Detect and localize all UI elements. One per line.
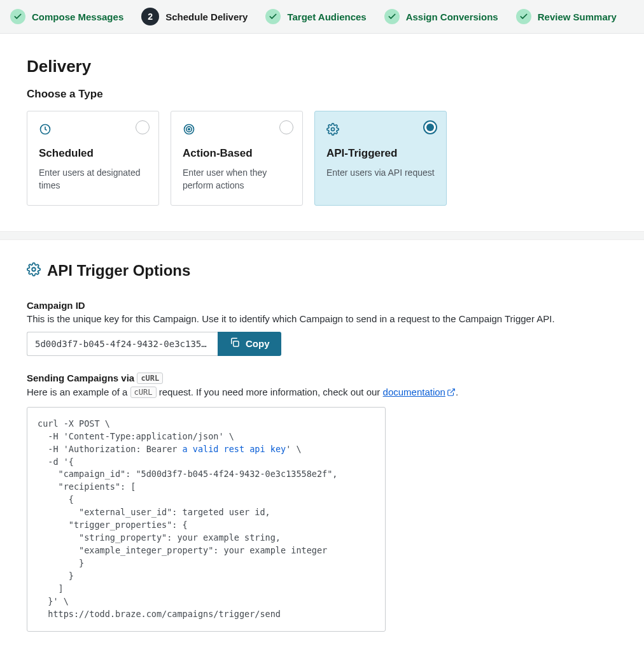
- type-card-group: Scheduled Enter users at designated time…: [27, 111, 617, 206]
- section-divider: [0, 231, 644, 240]
- type-card-title: API-Triggered: [326, 147, 435, 160]
- step-target-audiences[interactable]: Target Audiences: [265, 9, 366, 24]
- copy-button[interactable]: Copy: [218, 332, 281, 356]
- sending-campaigns-label: Sending Campaigns via cURL: [27, 373, 617, 384]
- radio-selected: [423, 120, 437, 134]
- clock-icon: [39, 123, 147, 138]
- step-label: Compose Messages: [32, 11, 123, 22]
- choose-type-heading: Choose a Type: [27, 88, 617, 101]
- type-card-desc: Enter users at designated times: [39, 166, 147, 192]
- api-header: API Trigger Options: [27, 262, 617, 280]
- curl-code-block[interactable]: curl -X POST \ -H 'Content-Type:applicat…: [27, 407, 386, 632]
- type-card-desc: Enter users via API request: [326, 166, 435, 179]
- check-icon: [265, 9, 281, 24]
- radio-unselected: [136, 120, 150, 134]
- step-label: Review Summary: [538, 11, 617, 22]
- gear-icon: [326, 123, 435, 138]
- delivery-section: Delivery Choose a Type Scheduled Enter u…: [0, 34, 644, 231]
- step-schedule-delivery[interactable]: 2 Schedule Delivery: [141, 8, 248, 25]
- curl-badge: cURL: [137, 373, 163, 384]
- campaign-id-row: 5d00d3f7-b045-4f24-9432-0e3c135... Copy: [27, 332, 617, 356]
- step-number-circle: 2: [141, 8, 159, 25]
- step-review-summary[interactable]: Review Summary: [516, 9, 617, 24]
- stepper: Compose Messages 2 Schedule Delivery Tar…: [0, 0, 644, 34]
- type-card-title: Scheduled: [39, 147, 147, 160]
- api-header-title: API Trigger Options: [47, 262, 190, 280]
- svg-line-7: [451, 388, 454, 392]
- type-card-desc: Enter user when they perform actions: [183, 166, 291, 192]
- svg-point-4: [332, 128, 335, 131]
- step-label: Schedule Delivery: [165, 11, 248, 22]
- type-card-title: Action-Based: [183, 147, 291, 160]
- campaign-id-desc: This is the unique key for this Campaign…: [27, 313, 617, 324]
- check-icon: [384, 9, 400, 24]
- step-assign-conversions[interactable]: Assign Conversions: [384, 9, 498, 24]
- copy-button-label: Copy: [246, 338, 270, 349]
- campaign-id-label: Campaign ID: [27, 300, 617, 311]
- check-icon: [10, 9, 25, 24]
- step-label: Target Audiences: [287, 11, 366, 22]
- type-card-scheduled[interactable]: Scheduled Enter users at designated time…: [27, 111, 159, 206]
- page-title: Delivery: [27, 57, 617, 76]
- target-icon: [183, 123, 291, 138]
- documentation-link[interactable]: documentation: [383, 387, 456, 397]
- step-compose-messages[interactable]: Compose Messages: [10, 9, 123, 24]
- svg-rect-6: [234, 341, 239, 346]
- step-label: Assign Conversions: [406, 11, 498, 22]
- type-card-action-based[interactable]: Action-Based Enter user when they perfor…: [171, 111, 303, 206]
- check-icon: [516, 9, 531, 24]
- radio-unselected: [279, 120, 293, 134]
- api-trigger-options-section: API Trigger Options Campaign ID This is …: [0, 240, 644, 658]
- code-highlight: a valid rest api key: [183, 444, 286, 454]
- type-card-api-triggered[interactable]: API-Triggered Enter users via API reques…: [314, 111, 447, 206]
- sending-campaigns-desc: Here is an example of a cURL request. If…: [27, 387, 617, 398]
- copy-icon: [229, 337, 241, 350]
- curl-badge: cURL: [130, 387, 157, 398]
- gear-icon: [27, 262, 41, 279]
- svg-point-3: [188, 129, 190, 131]
- svg-point-5: [32, 267, 36, 271]
- external-link-icon: [447, 388, 456, 397]
- campaign-id-input[interactable]: 5d00d3f7-b045-4f24-9432-0e3c135...: [27, 332, 218, 356]
